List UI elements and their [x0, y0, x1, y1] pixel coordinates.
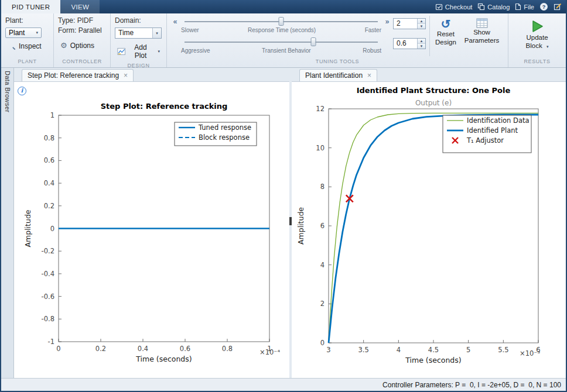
response-time-value[interactable]: 2	[394, 19, 417, 29]
transient-behavior-value[interactable]: 0.6	[394, 39, 417, 49]
reset-arrow-icon: ↺	[441, 18, 451, 30]
show-parameters-button[interactable]: Show Parameters	[460, 15, 503, 57]
svg-text:0.8: 0.8	[44, 134, 54, 142]
plant-dropdown[interactable]: Plant ▾	[5, 27, 42, 38]
reset-design-label-2: Design	[435, 39, 456, 46]
svg-text:?: ?	[542, 4, 546, 10]
step-plot-chart: Step Plot: Reference tracking00.20.40.60…	[15, 82, 288, 376]
svg-text:×10⁻³: ×10⁻³	[520, 349, 540, 357]
svg-text:2: 2	[320, 300, 325, 308]
controller-form-text: Form: Parallel	[58, 26, 102, 36]
tab-view-label: VIEW	[71, 4, 89, 11]
inspect-label: Inspect	[19, 42, 42, 50]
help-icon: ?	[539, 2, 548, 11]
svg-text:Identification Data: Identification Data	[467, 116, 530, 125]
domain-combobox[interactable]: Time ▾	[115, 27, 162, 39]
svg-text:1: 1	[50, 111, 54, 119]
close-icon[interactable]: ×	[367, 72, 371, 79]
transient-behavior-spinner[interactable]: 0.6 ▲ ▼	[393, 38, 426, 49]
close-icon[interactable]: ×	[124, 72, 128, 79]
faster-chevron-button[interactable]: »	[382, 17, 392, 26]
step-plot-panel: Step Plot: Reference tracking × i Step P…	[14, 68, 289, 378]
response-time-slider[interactable]: Slower Response Time (seconds) Faster	[180, 16, 382, 36]
checkout-icon	[435, 3, 443, 11]
edit-page-icon	[554, 3, 562, 11]
update-block-label-2: Block ▾	[526, 42, 549, 50]
tab-plant-identification-label: Plant Identification	[305, 71, 363, 80]
ribbon-section-design: Domain: Time ▾ Add Plot ▾ DESIGN	[111, 13, 167, 67]
svg-text:0.2: 0.2	[44, 202, 54, 210]
svg-text:-0.2: -0.2	[42, 247, 54, 255]
transient-behavior-slider-track[interactable]	[185, 42, 378, 43]
tab-pid-tuner-label: PID TUNER	[12, 4, 50, 11]
community-edit-button[interactable]	[554, 3, 562, 11]
tab-step-plot-label: Step Plot: Reference tracking	[28, 71, 119, 80]
tab-plant-identification[interactable]: Plant Identification ×	[299, 69, 377, 81]
spin-down-icon[interactable]: ▼	[418, 44, 425, 49]
svg-text:Block response: Block response	[199, 133, 250, 142]
add-plot-button[interactable]: Add Plot ▾	[115, 42, 162, 61]
chevron-down-icon[interactable]: ▾	[152, 28, 161, 38]
data-browser-strip[interactable]: Data Browser	[1, 68, 14, 378]
ribbon-section-controller: Type: PIDF Form: Parallel ⚙ Options CONT…	[54, 13, 111, 67]
pid-tuner-window: PID TUNER VIEW Checkout Catalog File ?	[0, 0, 567, 392]
svg-text:-0.8: -0.8	[42, 315, 54, 323]
spin-down-icon[interactable]: ▼	[418, 24, 425, 29]
tab-pid-tuner[interactable]: PID TUNER	[1, 0, 60, 13]
svg-text:0.2: 0.2	[95, 345, 106, 353]
plant-identification-body: Identified Plant Structure: One PoleOutp…	[292, 82, 566, 378]
plant-dropdown-value: Plant	[9, 29, 25, 37]
tab-step-plot[interactable]: Step Plot: Reference tracking ×	[22, 69, 134, 81]
chevron-down-icon: ▾	[546, 44, 549, 49]
ribbon: Plant: Plant ▾ Inspect PLANT Type: PIDF	[1, 13, 566, 68]
catalog-button[interactable]: Catalog	[477, 3, 510, 11]
faster-label: Faster	[365, 27, 381, 33]
plant-identification-tab-bar: Plant Identification ×	[292, 68, 566, 82]
transient-behavior-slider[interactable]: Aggressive Transient Behavior Robust	[180, 36, 382, 56]
domain-combobox-value: Time	[115, 28, 152, 38]
svg-text:×10⁻⁴: ×10⁻⁴	[259, 348, 280, 356]
svg-text:Time (seconds): Time (seconds)	[405, 356, 461, 365]
update-block-button[interactable]: Update Block ▾	[522, 16, 553, 57]
section-label-results: RESULTS	[508, 57, 566, 67]
magnifier-icon	[8, 42, 16, 50]
slower-chevron-button[interactable]: «	[170, 17, 180, 26]
catalog-icon	[477, 3, 485, 11]
ribbon-section-tuning-tools: « Slower Response Time (seconds) Faster …	[167, 13, 508, 67]
options-button[interactable]: ⚙ Options	[58, 39, 102, 51]
info-icon[interactable]: i	[18, 87, 26, 95]
svg-text:-0.6: -0.6	[42, 293, 54, 301]
svg-text:0: 0	[56, 345, 60, 353]
inspect-button[interactable]: Inspect	[5, 40, 44, 52]
catalog-label: Catalog	[487, 4, 510, 11]
svg-text:0.4: 0.4	[138, 345, 148, 353]
add-plot-label: Add Plot	[128, 43, 152, 60]
response-time-slider-handle[interactable]	[279, 17, 284, 26]
transient-behavior-slider-handle[interactable]	[311, 37, 316, 46]
svg-text:5.5: 5.5	[498, 346, 508, 354]
svg-text:-0.4: -0.4	[42, 270, 54, 278]
spin-up-icon[interactable]: ▲	[418, 19, 425, 24]
tab-view[interactable]: VIEW	[60, 0, 100, 13]
robust-label: Robust	[363, 47, 381, 54]
section-label-tuning-tools: TUNING TOOLS	[167, 57, 508, 67]
checkout-button[interactable]: Checkout	[435, 3, 472, 11]
spin-up-icon[interactable]: ▲	[418, 39, 425, 44]
plant-identification-panel: Plant Identification × Identified Plant …	[292, 68, 566, 378]
main-area: Data Browser Step Plot: Reference tracki…	[1, 68, 566, 378]
help-button[interactable]: ?	[539, 2, 548, 11]
tuning-value-spinners: 2 ▲ ▼ 0.6 ▲ ▼	[392, 15, 428, 57]
slower-label: Slower	[181, 27, 199, 33]
checkout-label: Checkout	[445, 4, 472, 11]
svg-text:3.5: 3.5	[358, 346, 369, 354]
response-time-spinner[interactable]: 2 ▲ ▼	[393, 18, 426, 29]
file-button[interactable]: File	[515, 3, 534, 11]
update-block-label-1: Update	[526, 34, 548, 42]
ribbon-section-plant: Plant: Plant ▾ Inspect PLANT	[1, 13, 54, 67]
svg-text:10: 10	[316, 144, 325, 152]
chevron-down-icon: ▾	[158, 49, 160, 54]
svg-text:5: 5	[466, 346, 470, 354]
svg-text:4: 4	[320, 261, 325, 269]
reset-design-button[interactable]: ↺ Reset Design	[431, 15, 460, 57]
transient-behavior-label: Transient Behavior	[262, 47, 311, 54]
